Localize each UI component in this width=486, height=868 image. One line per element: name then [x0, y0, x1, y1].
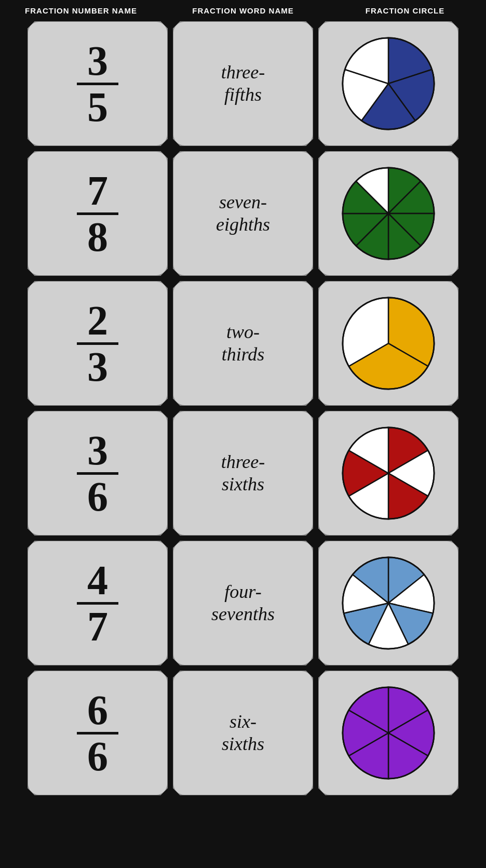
fraction-row-1: 3 5 three-fifths: [4, 21, 482, 146]
circle-cell-5: [318, 541, 458, 665]
word-cell-2: seven-eighths: [173, 151, 313, 276]
word-cell-1: three-fifths: [173, 21, 313, 146]
fraction-row-4: 3 6 three-sixths: [4, 411, 482, 536]
number-cell-5: 4 7: [28, 541, 168, 665]
header-number: FRACTION NUMBER NAME: [0, 6, 162, 15]
fraction-row-2: 7 8 seven-eighths: [4, 151, 482, 276]
fraction-row-6: 6 6 six-sixths: [4, 671, 482, 795]
fraction-row-3: 2 3 two-thirds: [4, 281, 482, 406]
number-cell-6: 6 6: [28, 671, 168, 795]
circle-cell-2: [318, 151, 458, 276]
fraction-row-5: 4 7 four-sevenths: [4, 541, 482, 665]
word-cell-4: three-sixths: [173, 411, 313, 536]
word-cell-3: two-thirds: [173, 281, 313, 406]
fraction-number-4: 3 6: [77, 430, 118, 517]
header-word: FRACTION WORD NAME: [162, 6, 324, 15]
fraction-word-4: three-sixths: [221, 451, 265, 496]
fraction-word-6: six-sixths: [222, 711, 264, 755]
fraction-word-3: two-thirds: [222, 321, 265, 366]
fraction-number-1: 3 5: [77, 40, 118, 128]
fraction-number-5: 4 7: [77, 559, 118, 647]
fraction-grid: 3 5 three-fifths 7 8 seven-eighths 2 3: [0, 19, 486, 803]
number-cell-1: 3 5: [28, 21, 168, 146]
word-cell-6: six-sixths: [173, 671, 313, 795]
fraction-number-2: 7 8: [77, 170, 118, 258]
circle-cell-1: [318, 21, 458, 146]
fraction-number-3: 2 3: [77, 300, 118, 388]
circle-cell-6: [318, 671, 458, 795]
circle-cell-3: [318, 281, 458, 406]
fraction-word-2: seven-eighths: [216, 191, 270, 236]
circle-cell-4: [318, 411, 458, 536]
fraction-word-1: three-fifths: [221, 61, 265, 106]
header-circle: FRACTION CIRCLE: [324, 6, 486, 15]
number-cell-4: 3 6: [28, 411, 168, 536]
word-cell-5: four-sevenths: [173, 541, 313, 665]
fraction-word-5: four-sevenths: [211, 581, 275, 625]
number-cell-2: 7 8: [28, 151, 168, 276]
number-cell-3: 2 3: [28, 281, 168, 406]
fraction-number-6: 6 6: [77, 689, 118, 777]
